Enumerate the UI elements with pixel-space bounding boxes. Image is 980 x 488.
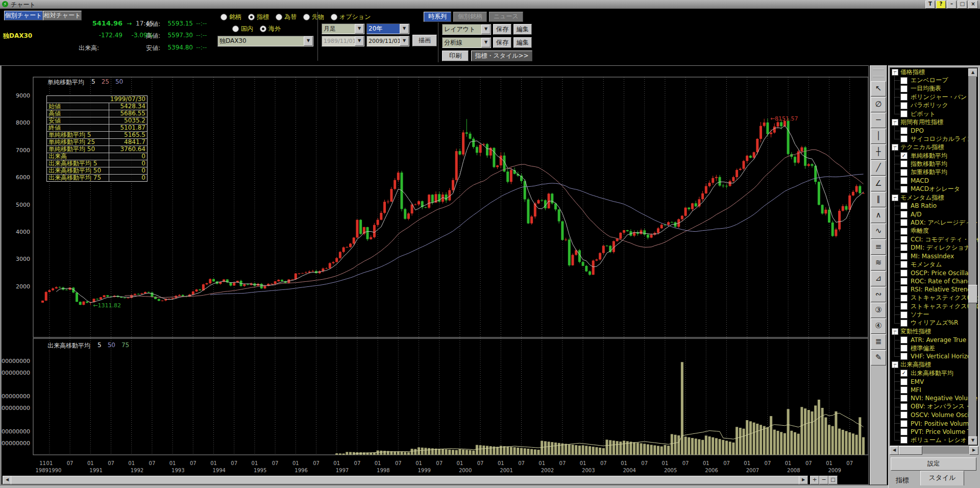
gann-line-tool-icon[interactable]: ⊿ <box>871 271 886 286</box>
indicator-item[interactable]: ✓出来高移動平均 <box>890 369 978 377</box>
fan-lines-tool-icon[interactable]: ∧ <box>871 208 886 223</box>
indicator-item[interactable]: モメンタム <box>890 260 978 269</box>
checkbox-icon[interactable] <box>900 261 908 268</box>
indicator-item[interactable]: A/D <box>890 210 978 218</box>
radio-icon[interactable] <box>276 14 282 20</box>
checkbox-icon[interactable] <box>900 169 908 176</box>
checkbox-icon[interactable] <box>900 320 908 327</box>
chevron-down-icon[interactable]: ▼ <box>304 36 313 46</box>
checkbox-icon[interactable] <box>900 127 908 134</box>
checkbox-icon[interactable] <box>900 411 908 419</box>
checkbox-icon[interactable] <box>900 211 908 218</box>
checkbox-icon[interactable] <box>900 353 908 360</box>
indicator-item[interactable]: 一目均衡表 <box>890 85 978 93</box>
indicator-item[interactable]: サイコロジカルライン <box>890 135 978 143</box>
indicator-item[interactable]: MFI <box>890 386 978 394</box>
chevron-down-icon[interactable]: ▼ <box>355 24 364 34</box>
layout-select[interactable]: レイアウト ▼ <box>442 24 491 35</box>
radio-category-為替[interactable]: 為替 <box>276 13 297 21</box>
text-tool-button[interactable]: T <box>925 1 935 9</box>
checkbox-icon[interactable] <box>900 395 908 402</box>
indicator-item[interactable]: MACDオシレータ <box>890 185 978 193</box>
checkbox-icon[interactable] <box>900 85 908 92</box>
checkbox-icon[interactable] <box>900 295 908 302</box>
checkbox-icon[interactable] <box>900 386 908 394</box>
analysis-edit-button[interactable]: 編集 <box>513 37 532 48</box>
close-button[interactable]: × <box>968 1 978 9</box>
radio-category-指標[interactable]: 指標 <box>248 13 269 21</box>
radio-icon[interactable] <box>220 14 227 20</box>
scrollbar-thumb[interactable] <box>968 285 977 303</box>
zoom-in-button[interactable]: + <box>810 476 819 484</box>
indicator-item[interactable]: AB Ratio <box>890 202 978 210</box>
toolbar-grip-handle[interactable] <box>873 69 884 77</box>
indicator-item[interactable]: 標準偏差 <box>890 344 978 352</box>
scroll-right-arrow-icon[interactable]: ▶ <box>969 446 978 455</box>
indicator-item[interactable]: VHF: Vertical Horizon <box>890 352 978 360</box>
cross-line-tool-icon[interactable]: ┼ <box>871 144 886 160</box>
eraser-tool-icon[interactable]: ∅ <box>871 97 886 112</box>
indicator-category[interactable]: −期間有用性指標 <box>890 118 978 126</box>
indicator-item[interactable]: MACD <box>890 177 978 185</box>
scroll-right-arrow-icon[interactable]: ▶ <box>799 476 808 484</box>
checkbox-icon[interactable] <box>900 202 908 209</box>
checkbox-icon[interactable] <box>900 186 908 193</box>
trend-line-tool-icon[interactable]: ╱ <box>871 160 886 176</box>
checkbox-icon[interactable] <box>900 428 908 435</box>
tab-individual-chart[interactable]: 個別チャート <box>4 11 43 20</box>
freehand-draw-tool-icon[interactable]: ✎ <box>871 350 886 365</box>
radio-icon[interactable] <box>303 14 310 20</box>
checkbox-icon[interactable] <box>900 236 908 243</box>
indicator-item[interactable]: パラボリック <box>890 102 978 110</box>
tab-style[interactable]: スタイル <box>920 471 964 485</box>
indicator-item[interactable]: EMV <box>890 377 978 385</box>
checkbox-icon[interactable] <box>900 93 908 101</box>
range-select[interactable]: 20年 ▼ <box>366 23 409 34</box>
checkbox-icon[interactable] <box>900 420 908 427</box>
help-button[interactable]: ? <box>936 1 946 9</box>
indicator-item[interactable]: DMI: ディレクショナル・ <box>890 243 978 252</box>
zoom-reset-button[interactable]: □ <box>828 476 838 484</box>
four-point-tool-icon[interactable]: ④ <box>871 319 886 334</box>
title-bar[interactable]: ⚡ チャート T?–□× <box>0 0 980 9</box>
indicator-item[interactable]: MI: MassIndex <box>890 252 978 260</box>
symbol-select[interactable]: 独DAX30 ▼ <box>217 36 313 46</box>
indicator-item[interactable]: ADX: アベレージディレ <box>890 218 978 227</box>
indicator-category[interactable]: −出来高指標 <box>890 361 978 369</box>
checkbox-icon[interactable] <box>900 228 908 235</box>
radio-category-銘柄[interactable]: 銘柄 <box>220 13 241 21</box>
radio-icon[interactable] <box>260 26 266 32</box>
indicator-item[interactable]: 乖離度 <box>890 227 978 235</box>
indicator-style-button[interactable]: 指標・スタイル>> <box>471 51 532 61</box>
zoom-out-button[interactable]: − <box>819 476 828 484</box>
chevron-down-icon[interactable]: ▼ <box>355 36 364 46</box>
analysis-line-select[interactable]: 分析線 ▼ <box>442 37 491 48</box>
restore-button[interactable]: □ <box>958 1 967 9</box>
checkbox-icon[interactable] <box>900 286 908 293</box>
draw-button[interactable]: 描画 <box>412 35 437 46</box>
indicator-item[interactable]: NVI: Negative Volume <box>890 394 978 402</box>
timeframe-select[interactable]: 月足 ▼ <box>322 23 364 34</box>
checkbox-icon[interactable] <box>900 102 908 109</box>
channel-line-tool-icon[interactable]: ∾ <box>871 287 886 302</box>
scrollbar-thumb[interactable] <box>11 476 800 484</box>
checkbox-icon[interactable] <box>900 403 908 410</box>
three-point-tool-icon[interactable]: ③ <box>871 303 886 318</box>
indicator-item[interactable]: ストキャスティクス(ファ <box>890 294 978 302</box>
checkbox-icon[interactable] <box>900 77 908 84</box>
indicator-item[interactable]: DPO <box>890 127 978 135</box>
indicator-item[interactable]: ボリューム・レシオ <box>890 436 978 444</box>
checkbox-icon[interactable] <box>900 110 908 117</box>
date-from-select[interactable]: 1989/11/01 ▼ <box>322 36 364 46</box>
checkbox-icon[interactable] <box>900 345 908 352</box>
layout-edit-button[interactable]: 編集 <box>513 24 532 35</box>
select-tool-icon[interactable]: ↖ <box>871 81 886 96</box>
indicator-item[interactable]: PVT: Price Volume Tr <box>890 428 978 436</box>
radio-icon[interactable] <box>248 14 255 20</box>
cycle-lines-tool-icon[interactable]: ∿ <box>871 224 886 239</box>
radio-market-海外[interactable]: 海外 <box>260 25 281 33</box>
date-to-select[interactable]: 2009/11/01 ▼ <box>366 36 409 46</box>
radio-category-オプション[interactable]: オプション <box>331 13 371 21</box>
indicator-category[interactable]: −価格指標 <box>890 68 978 76</box>
fibonacci-retracement-tool-icon[interactable]: ≡ <box>871 239 886 255</box>
